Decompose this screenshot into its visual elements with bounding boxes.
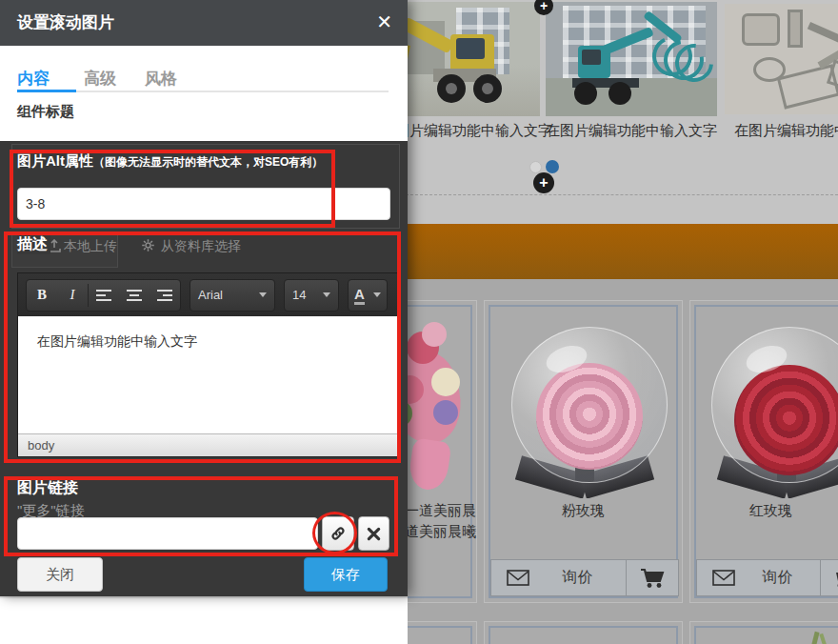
italic-button[interactable]: I xyxy=(57,280,88,311)
font-family-value: Arial xyxy=(198,288,223,302)
product-name-line2: 道美丽晨曦 xyxy=(405,521,476,542)
inquiry-bar: 询价 xyxy=(696,559,838,596)
settings-dialog: 设置滚动图片 ✕ 内容 高级 风格 组件标题 图片Alt属性（图像无法显示时的替… xyxy=(0,0,408,596)
align-left-button[interactable] xyxy=(89,280,119,311)
editor-status-bar: body xyxy=(18,433,399,456)
screen: 在图片编辑功能中输入文字 在图片编辑功能中输入文字 在 xyxy=(0,0,838,644)
editor-text: 在图片编辑功能中输入文字 xyxy=(37,333,197,349)
product-image-red-rose xyxy=(696,307,838,498)
format-button-group: B I xyxy=(26,279,181,312)
close-button[interactable]: 关闭 xyxy=(17,557,103,592)
product-image-pink-rose xyxy=(490,307,676,498)
product-name-line1: 一道美丽晨 xyxy=(405,500,476,521)
slide-image-yellow-excavator[interactable] xyxy=(395,2,540,116)
tab-active-underline xyxy=(17,90,76,92)
alt-attribute-input[interactable] xyxy=(17,188,390,220)
product-card-pink-rose[interactable]: 粉玫瑰 询价 xyxy=(484,300,683,603)
add-component-button-mid[interactable]: + xyxy=(533,172,554,193)
font-size-value: 14 xyxy=(292,288,306,302)
font-size-dropdown[interactable]: 14 xyxy=(284,279,339,312)
alt-attribute-label: 图片Alt属性（图像无法显示时的替代文本，对SEO有利） xyxy=(17,152,323,171)
rich-text-editor: B I Arial 14 A 在图片编辑功能中输入文字 xyxy=(17,272,400,457)
alt-label-text: 图片Alt属性 xyxy=(17,152,93,169)
image-link-input[interactable] xyxy=(17,517,318,550)
slide-caption-2[interactable]: 在图片编辑功能中输入文字 xyxy=(546,122,717,143)
image-link-label: 图片链接 xyxy=(17,478,78,498)
red-rose xyxy=(734,365,838,475)
editor-toolbar: B I Arial 14 A xyxy=(18,273,399,316)
tab-style[interactable]: 风格 xyxy=(145,68,177,90)
chevron-down-icon xyxy=(323,292,330,297)
insert-link-button[interactable] xyxy=(322,516,354,551)
mail-icon[interactable] xyxy=(507,570,529,586)
product-card-row2-3[interactable] xyxy=(689,621,838,644)
description-label: 描述 xyxy=(17,234,50,254)
card-inner-border xyxy=(489,626,678,644)
slide-image-sketch-parts[interactable] xyxy=(725,4,838,114)
inquiry-button[interactable]: 询价 xyxy=(735,568,820,588)
bold-button[interactable]: B xyxy=(27,280,57,311)
dialog-title: 设置滚动图片 xyxy=(17,0,114,46)
slide-image-teal-excavator[interactable] xyxy=(546,2,717,116)
product-card-row2-2[interactable] xyxy=(484,621,683,644)
font-color-letter: A xyxy=(354,286,365,305)
cart-icon[interactable] xyxy=(640,568,665,589)
dialog-tabs-area: 内容 高级 风格 组件标题 xyxy=(0,46,408,141)
inquiry-bar: 询价 xyxy=(490,559,679,596)
editor-content[interactable]: 在图片编辑功能中输入文字 xyxy=(18,316,399,434)
close-x-icon xyxy=(367,527,381,541)
gear-icon xyxy=(141,238,155,252)
component-title-label: 组件标题 xyxy=(17,103,74,121)
tab-content[interactable]: 内容 xyxy=(17,68,50,90)
inquiry-button[interactable]: 询价 xyxy=(529,568,626,588)
pagination-dot-active[interactable] xyxy=(546,160,559,173)
pagination-dot-inactive[interactable] xyxy=(529,161,542,173)
font-color-button[interactable]: A xyxy=(348,279,388,312)
align-center-button[interactable] xyxy=(119,280,150,311)
pink-rose xyxy=(536,363,643,470)
product-name: 粉玫瑰 xyxy=(485,500,682,521)
upload-tab-label[interactable]: 本地上传 xyxy=(64,238,117,255)
bar-divider xyxy=(626,560,627,595)
bar-divider xyxy=(820,560,821,595)
align-right-button[interactable] xyxy=(150,280,180,311)
library-tab-label[interactable]: 从资料库选择 xyxy=(161,238,241,255)
tab-advanced[interactable]: 高级 xyxy=(84,68,116,90)
mail-icon[interactable] xyxy=(712,570,735,586)
clear-link-button[interactable] xyxy=(358,516,389,551)
product-card-red-rose[interactable]: 红玫瑰 询价 xyxy=(689,300,838,603)
cart-icon[interactable] xyxy=(830,568,838,589)
close-icon[interactable]: ✕ xyxy=(376,10,392,33)
chevron-down-icon xyxy=(373,292,381,297)
font-family-dropdown[interactable]: Arial xyxy=(190,279,275,312)
slide-caption-3[interactable]: 在图片编辑功能中输入文字 xyxy=(729,122,838,143)
save-button[interactable]: 保存 xyxy=(304,557,388,592)
dialog-header: 设置滚动图片 ✕ xyxy=(0,0,408,46)
page-white-area xyxy=(0,596,408,644)
product-name: 红玫瑰 xyxy=(690,500,838,521)
chevron-down-icon xyxy=(259,292,267,297)
alt-hint-text: （图像无法显示时的替代文本，对SEO有利） xyxy=(93,155,323,169)
link-icon xyxy=(329,524,348,543)
